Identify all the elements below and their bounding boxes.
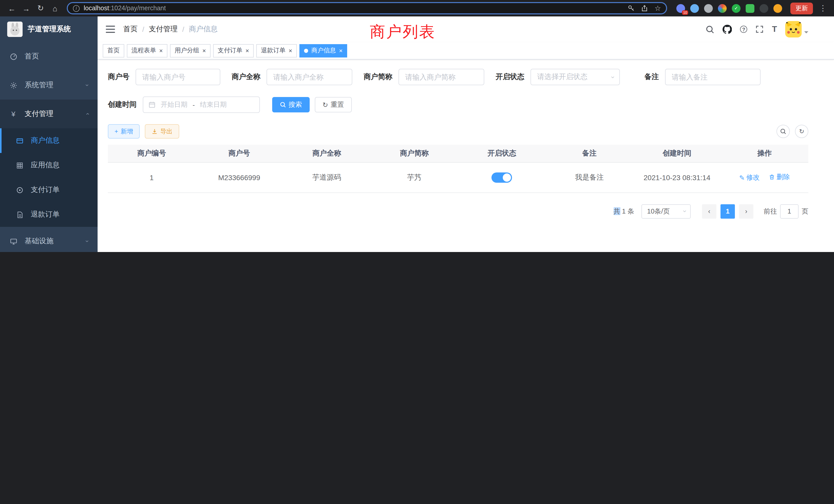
share-icon[interactable] — [641, 5, 649, 12]
col-remark: 备注 — [546, 145, 633, 162]
document-icon — [16, 211, 24, 219]
monitor-icon — [9, 237, 18, 245]
close-icon[interactable]: × — [159, 47, 163, 54]
next-page-button[interactable]: › — [739, 204, 753, 219]
sidebar-item-home[interactable]: 首页 — [0, 42, 97, 71]
sidebar-item-refund-orders[interactable]: 退款订单 — [0, 202, 97, 227]
sidebar-item-payment-orders[interactable]: 支付订单 — [0, 178, 97, 202]
cell-status — [458, 162, 546, 192]
sidebar-item-app-info[interactable]: 应用信息 — [0, 153, 97, 178]
forward-button[interactable]: → — [20, 2, 33, 15]
extension-icon[interactable] — [718, 4, 727, 13]
tab-home[interactable]: 首页 — [103, 44, 124, 57]
fullscreen-icon[interactable] — [755, 25, 764, 33]
sidebar-item-payment[interactable]: ¥ 支付管理 › — [0, 99, 97, 128]
close-icon[interactable]: × — [339, 47, 343, 54]
add-button-label: 新增 — [121, 127, 133, 136]
reload-button[interactable]: ↻ — [34, 2, 47, 15]
tab-refund-orders[interactable]: 退款订单 × — [256, 44, 297, 57]
sidebar-item-merchant-info[interactable]: 商户信息 — [0, 128, 97, 153]
toggle-search-button[interactable] — [776, 125, 790, 138]
card-icon — [16, 137, 24, 144]
active-dot — [304, 48, 308, 53]
github-icon[interactable] — [723, 25, 732, 34]
sidebar-item-label: 商户信息 — [31, 136, 60, 145]
page-1-button[interactable]: 1 — [721, 204, 735, 219]
app-logo-row[interactable]: 芋道管理系统 — [0, 17, 97, 42]
grid-icon — [16, 161, 24, 169]
tab-label: 首页 — [107, 46, 120, 55]
extension-icon[interactable]: ✓ — [732, 4, 741, 13]
breadcrumb-home[interactable]: 首页 — [123, 25, 138, 34]
prev-page-button[interactable]: ‹ — [702, 204, 717, 219]
user-menu[interactable] — [785, 21, 808, 38]
close-icon[interactable]: × — [289, 47, 292, 54]
chevron-down-icon: › — [609, 76, 617, 78]
create-time-label: 创建时间 — [108, 100, 137, 109]
header-search-icon[interactable] — [706, 25, 714, 33]
cell-merchant-no: M233666999 — [195, 162, 283, 192]
site-info-icon[interactable]: i — [73, 5, 80, 12]
address-bar[interactable]: i localhost:1024/pay/merchant ☆ — [67, 2, 667, 14]
edit-link[interactable]: ✎ 修改 — [739, 173, 760, 182]
extension-icon[interactable] — [746, 4, 754, 13]
date-range-picker[interactable]: 开始日期 - 结束日期 — [143, 96, 260, 113]
status-toggle[interactable] — [492, 172, 512, 182]
tags-view-bar: 首页 流程表单 × 用户分组 × 支付订单 × 退款订单 × — [97, 42, 834, 60]
search-button[interactable]: 搜索 — [272, 97, 310, 112]
home-button[interactable]: ⌂ — [48, 2, 62, 15]
sidebar-item-label: 支付管理 — [25, 109, 53, 118]
cell-full-name: 芋道源码 — [283, 162, 371, 192]
browser-menu-icon[interactable]: ⋮ — [819, 4, 827, 13]
extension-icon[interactable] — [690, 4, 699, 13]
password-key-icon[interactable] — [628, 5, 635, 12]
cell-merchant-id: 1 — [108, 162, 195, 192]
breadcrumb: 首页 / 支付管理 / 商户信息 — [123, 25, 218, 34]
col-full-name: 商户全称 — [283, 145, 371, 162]
full-name-input[interactable] — [266, 69, 352, 85]
page-unit-label: 页 — [802, 207, 808, 216]
chrome-update-button[interactable]: 更新 — [790, 2, 813, 14]
tab-process-form[interactable]: 流程表单 × — [127, 44, 168, 57]
help-icon[interactable]: ? — [740, 26, 747, 33]
collapse-sidebar-icon[interactable] — [106, 26, 115, 33]
close-icon[interactable]: × — [202, 47, 206, 54]
status-select[interactable]: 请选择开启状态 › — [530, 69, 620, 85]
export-button[interactable]: 导出 — [145, 124, 179, 139]
extension-icon[interactable] — [773, 4, 782, 13]
chevron-down-icon: › — [681, 210, 689, 212]
extension-icon[interactable] — [760, 4, 768, 13]
reset-button[interactable]: ↻ 重置 — [315, 97, 352, 112]
merchant-no-input[interactable] — [136, 69, 220, 85]
short-name-label: 商户简称 — [364, 72, 392, 82]
refresh-table-button[interactable]: ↻ — [795, 125, 808, 138]
remark-label: 备注 — [644, 72, 659, 82]
goto-page-input[interactable] — [780, 204, 798, 219]
font-size-icon[interactable]: T — [772, 25, 777, 34]
app-title: 芋道管理系统 — [28, 25, 71, 34]
delete-link[interactable]: 删除 — [769, 173, 790, 182]
page-size-select[interactable]: 10条/页 › — [641, 204, 691, 219]
extension-icon[interactable] — [704, 4, 713, 13]
tab-payment-orders[interactable]: 支付订单 × — [213, 44, 254, 57]
breadcrumb-payment[interactable]: 支付管理 — [149, 25, 178, 34]
bookmark-star-icon[interactable]: ☆ — [655, 4, 661, 12]
sidebar-item-label: 系统管理 — [25, 81, 53, 90]
extension-icon[interactable]: 10 — [676, 4, 685, 13]
short-name-input[interactable] — [398, 69, 484, 85]
app-logo — [7, 22, 23, 37]
sidebar-item-infrastructure[interactable]: 基础设施 › — [0, 227, 97, 252]
tab-merchant-info[interactable]: 商户信息 × — [300, 44, 347, 57]
merchant-no-label: 商户号 — [108, 72, 129, 82]
back-button[interactable]: ← — [5, 2, 19, 15]
add-button[interactable]: + 新增 — [108, 124, 140, 139]
tab-user-group[interactable]: 用户分组 × — [170, 44, 211, 57]
screen: ← → ↻ ⌂ i localhost:1024/pay/merchant ☆ … — [0, 0, 834, 252]
remark-input[interactable] — [665, 69, 761, 85]
col-short-name: 商户简称 — [371, 145, 458, 162]
sidebar-item-system[interactable]: 系统管理 › — [0, 71, 97, 99]
close-icon[interactable]: × — [245, 47, 249, 54]
edit-label: 修改 — [746, 173, 760, 182]
breadcrumb-current: 商户信息 — [189, 25, 218, 34]
sidebar-item-label: 支付订单 — [31, 185, 60, 194]
